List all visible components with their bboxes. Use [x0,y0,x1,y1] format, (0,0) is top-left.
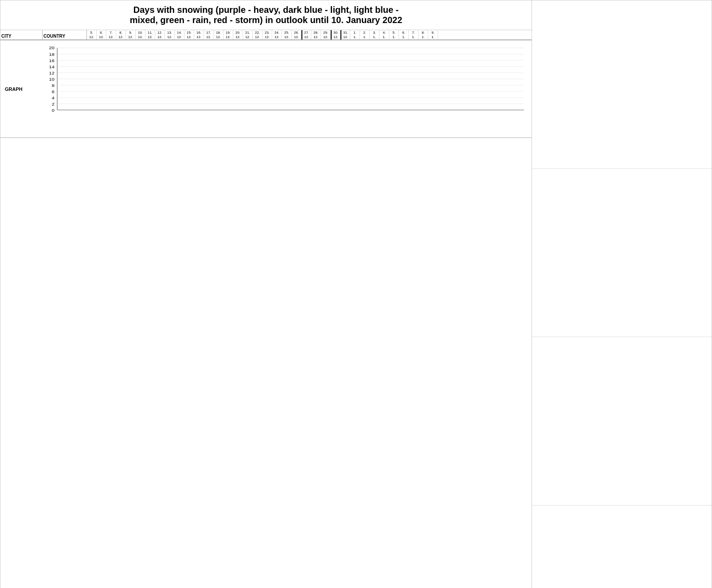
date-header-cell: 11.12. [145,30,155,39]
svg-text:14: 14 [49,65,55,69]
svg-text:0: 0 [52,108,55,113]
svg-text:12: 12 [49,71,55,75]
svg-text:10: 10 [49,77,55,82]
date-header-cell: 10.12. [136,30,145,39]
title-line2: mixed, green - rain, red - storm) in out… [3,15,529,25]
svg-text:6: 6 [52,90,55,94]
country-col-header: COUNTRY [43,30,87,39]
svg-text:2: 2 [52,102,55,106]
date-header-cell: 24.12. [272,30,282,39]
city-col-header: CITY [0,30,43,39]
date-header-cell: 15.12. [184,30,194,39]
date-header-cell: 27.12. [301,30,311,39]
date-header-cell: 8.12. [116,30,126,39]
dates-header: 5.12.6.12.7.12.8.12.9.12.10.12.11.12.12.… [87,30,532,39]
date-header-cell: 28.12. [311,30,321,39]
grid-section: CITY COUNTRY 5.12.6.12.7.12.8.12.9.12.10… [0,30,532,40]
date-header-cell: 6.12. [97,30,106,39]
date-header-cell: 29.12. [321,30,331,39]
date-header-cell: 20.12. [233,30,243,39]
svg-text:16: 16 [49,59,55,63]
rose-chart-lightblue [532,337,712,506]
date-header-cell: 13.12. [165,30,175,39]
title-area: Days with snowing (purple - heavy, dark … [0,0,532,30]
rose-chart-green [532,506,712,588]
date-header-cell: 21.12. [243,30,253,39]
left-panel: Days with snowing (purple - heavy, dark … [0,0,532,588]
date-header-cell: 5.1. [389,30,399,39]
date-header-cell: 12.12. [155,30,165,39]
stats-section [0,137,532,138]
date-header-cell: 25.12. [282,30,292,39]
date-header-cell: 5.12. [87,30,97,39]
rose-svg-lightblue [534,339,709,503]
rose-chart-purple [532,0,712,169]
rose-chart-darkblue [532,169,712,337]
graph-area: 20 18 16 14 12 10 8 6 4 2 0 [38,43,529,131]
rose-svg-purple [534,3,709,166]
header-row: CITY COUNTRY 5.12.6.12.7.12.8.12.9.12.10… [0,30,532,40]
date-header-cell: 9.1. [428,30,438,39]
date-header-cell: 1.1. [350,30,360,39]
date-header-cell: 30.12. [331,30,340,39]
main-container: Days with snowing (purple - heavy, dark … [0,0,712,588]
date-header-cell: 7.12. [106,30,116,39]
date-header-cell: 18.12. [214,30,223,39]
date-header-cell: 16.12. [194,30,204,39]
date-header-cell: 17.12. [204,30,214,39]
graph-section: GRAPH 20 18 16 14 12 10 8 6 4 2 0 [0,40,532,137]
date-header-cell: 3.1. [370,30,379,39]
date-header-cell: 4.1. [379,30,389,39]
title-line1: Days with snowing (purple - heavy, dark … [3,5,529,15]
right-panel [532,0,712,588]
svg-text:20: 20 [49,46,55,50]
svg-text:18: 18 [49,52,55,57]
rose-svg-darkblue [534,171,709,335]
date-header-cell: 6.1. [399,30,409,39]
date-header-cell: 14.12. [175,30,184,39]
date-header-cell: 23.12. [262,30,272,39]
date-header-cell: 8.1. [419,30,428,39]
date-header-cell: 31.12. [340,30,350,39]
graph-label: GRAPH [5,86,23,92]
date-header-cell: 26.12. [292,30,301,39]
line-chart: 20 18 16 14 12 10 8 6 4 2 0 [38,43,529,127]
date-header-cell: 22.12. [253,30,262,39]
date-header-cell: 19.12. [223,30,233,39]
date-header-cell: 9.12. [126,30,136,39]
svg-text:8: 8 [52,83,55,88]
date-header-cell: 2.1. [360,30,370,39]
rose-svg-green [534,508,709,588]
svg-text:4: 4 [52,96,55,100]
date-header-cell: 7.1. [409,30,419,39]
